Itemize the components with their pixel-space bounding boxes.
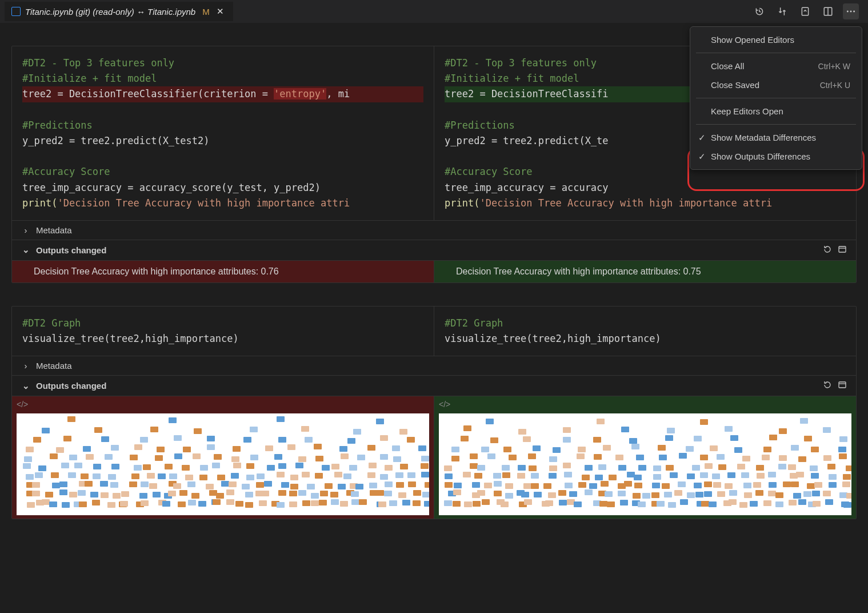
chevron-right-icon: ›	[21, 225, 30, 235]
split-editor-icon[interactable]	[820, 3, 836, 19]
close-icon[interactable]: ✕	[214, 6, 226, 17]
editor-toolbar	[751, 3, 863, 19]
outputs-label: Outputs changed	[36, 381, 106, 391]
outputs-changed-row[interactable]: ⌄ Outputs changed	[12, 375, 856, 396]
notebook-icon	[11, 7, 21, 16]
modified-indicator: M	[202, 7, 210, 17]
more-actions-icon[interactable]	[843, 3, 859, 19]
output-view-icon[interactable]	[838, 245, 847, 256]
menu-label: Keep Editors Open	[711, 106, 783, 116]
menu-keep-editors-open[interactable]: Keep Editors Open	[690, 102, 862, 121]
metadata-label: Metadata	[36, 225, 72, 235]
output-right: Decision Tree Accuracy with high importa…	[434, 261, 856, 282]
menu-separator	[696, 98, 856, 98]
menu-separator	[696, 124, 856, 125]
metadata-row[interactable]: › Metadata	[12, 356, 856, 375]
code-pane-right[interactable]: #DT2 Graph visualize_tree(tree2,high_imp…	[434, 307, 856, 356]
svg-rect-0	[802, 7, 808, 15]
revert-icon[interactable]	[823, 380, 832, 391]
menu-shortcut: Ctrl+K U	[820, 81, 850, 90]
svg-point-3	[850, 11, 852, 13]
menu-label: Show Metadata Differences	[711, 133, 816, 142]
menu-label: Close Saved	[711, 80, 759, 90]
output-right-graph: </>	[434, 396, 856, 519]
output-text-right: Decision Tree Accuracy with high importa…	[443, 266, 847, 277]
diff-cell-2: #DT2 Graph visualize_tree(tree2,high_imp…	[11, 306, 857, 519]
menu-label: Close All	[711, 61, 744, 71]
tree-visualization-left	[17, 413, 429, 515]
menu-label: Show Outputs Differences	[711, 152, 810, 161]
diff-file-icon[interactable]	[797, 3, 813, 19]
menu-label: Show Opened Editors	[711, 35, 794, 45]
menu-close-saved[interactable]: Close Saved Ctrl+K U	[690, 75, 862, 94]
revert-icon[interactable]	[823, 245, 832, 256]
tree-visualization-right	[439, 413, 851, 515]
menu-show-opened-editors[interactable]: Show Opened Editors	[690, 30, 862, 49]
menu-show-outputs-diff[interactable]: Show Outputs Differences	[690, 147, 862, 166]
outputs-label: Outputs changed	[36, 245, 106, 255]
history-icon[interactable]	[751, 3, 767, 19]
chevron-down-icon: ⌄	[21, 381, 30, 391]
menu-show-metadata-diff[interactable]: Show Metadata Differences	[690, 128, 862, 147]
output-view-icon[interactable]	[838, 380, 847, 391]
chevron-right-icon: ›	[21, 361, 30, 371]
menu-separator	[696, 53, 856, 53]
metadata-row[interactable]: › Metadata	[12, 220, 856, 240]
output-left-graph: </>	[12, 396, 434, 519]
code-pane-left[interactable]: #DT2 - Top 3 features only #Initialize +…	[12, 46, 434, 220]
tab-bar: Titanic.ipynb (git) (read-only) ↔ Titani…	[0, 0, 868, 23]
svg-point-4	[853, 11, 855, 13]
tab-title: Titanic.ipynb (git) (read-only) ↔ Titani…	[25, 7, 195, 17]
svg-rect-6	[839, 382, 846, 388]
svg-point-2	[847, 11, 849, 13]
svg-rect-5	[839, 246, 846, 252]
editor-tab[interactable]: Titanic.ipynb (git) (read-only) ↔ Titani…	[5, 2, 233, 21]
chevron-down-icon: ⌄	[21, 245, 30, 255]
code-output-icon: </>	[17, 400, 28, 409]
code-output-icon: </>	[439, 400, 450, 409]
menu-shortcut: Ctrl+K W	[818, 62, 850, 71]
output-left: Decision Tree Accuracy with high importa…	[12, 261, 434, 282]
output-text-left: Decision Tree Accuracy with high importa…	[21, 266, 425, 277]
metadata-label: Metadata	[36, 361, 72, 371]
swap-icon[interactable]	[774, 3, 790, 19]
menu-close-all[interactable]: Close All Ctrl+K W	[690, 57, 862, 75]
context-menu: Show Opened Editors Close All Ctrl+K W C…	[690, 26, 862, 170]
outputs-changed-row[interactable]: ⌄ Outputs changed	[12, 240, 856, 260]
code-pane-left[interactable]: #DT2 Graph visualize_tree(tree2,high_imp…	[12, 307, 434, 356]
